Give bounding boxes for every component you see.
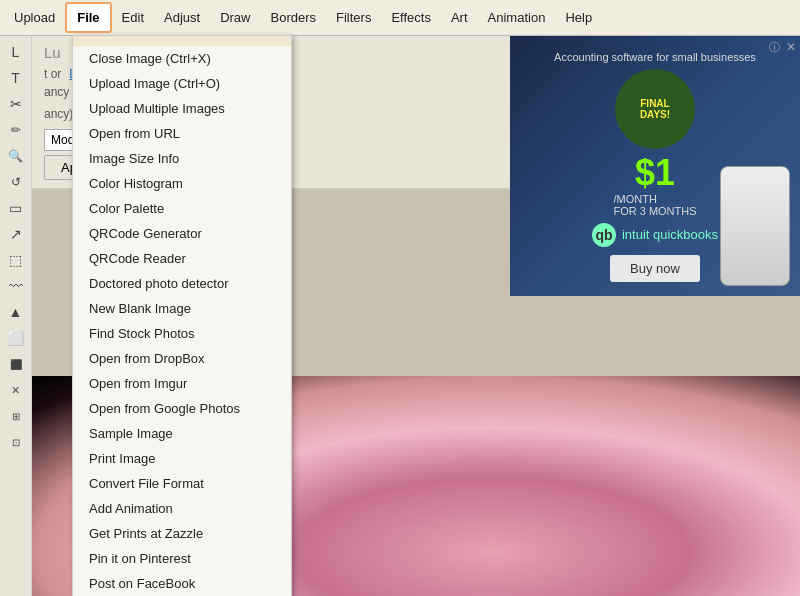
dropdown-open-imgur[interactable]: Open from Imgur xyxy=(73,371,291,396)
menubar-effects[interactable]: Effects xyxy=(381,4,441,31)
tool-frame[interactable]: ⬚ xyxy=(3,248,29,272)
dropdown-open-dropbox[interactable]: Open from DropBox xyxy=(73,346,291,371)
tool-brush[interactable]: 〰 xyxy=(3,274,29,298)
tool-scissors[interactable]: ✂ xyxy=(3,92,29,116)
ad-logo-text: intuit quickbooks xyxy=(622,227,718,242)
menubar-draw[interactable]: Draw xyxy=(210,4,260,31)
dropdown-qrcode-reader[interactable]: QRCode Reader xyxy=(73,246,291,271)
tool-pen[interactable]: ✏ xyxy=(3,118,29,142)
dropdown-pin-pinterest[interactable]: Pin it on Pinterest xyxy=(73,546,291,571)
menubar-animation[interactable]: Animation xyxy=(478,4,556,31)
dropdown-open-google-photos[interactable]: Open from Google Photos xyxy=(73,396,291,421)
dropdown-post-facebook[interactable]: Post on FaceBook xyxy=(73,571,291,596)
tool-select[interactable]: L xyxy=(3,40,29,64)
tool-extra3[interactable]: ⊞ xyxy=(3,404,29,428)
ad-info-icon[interactable]: ⓘ xyxy=(769,40,780,55)
left-toolbar: L T ✂ ✏ 🔍 ↺ ▭ ↗ ⬚ 〰 ▲ ⬜ ⬛ × ⊞ ⊡ xyxy=(0,36,32,596)
menubar-file[interactable]: File xyxy=(65,2,111,33)
panel-ancy: ancy) xyxy=(44,107,73,121)
tool-polygon[interactable]: ▲ xyxy=(3,300,29,324)
tool-rect[interactable]: ⬜ xyxy=(3,326,29,350)
dropdown-doctored-photo[interactable]: Doctored photo detector xyxy=(73,271,291,296)
ad-logo-icon: qb xyxy=(592,223,616,247)
dropdown-image-size-info[interactable]: Image Size Info xyxy=(73,146,291,171)
ad-badge: FINAL DAYS! xyxy=(615,69,695,149)
menubar-borders[interactable]: Borders xyxy=(261,4,327,31)
menubar-adjust[interactable]: Adjust xyxy=(154,4,210,31)
ad-badge-text: FINAL DAYS! xyxy=(640,98,670,120)
menubar-help[interactable]: Help xyxy=(555,4,602,31)
ad-logo: qb intuit quickbooks xyxy=(592,223,718,247)
dropdown-color-palette[interactable]: Color Palette xyxy=(73,196,291,221)
dropdown-new-blank-image[interactable]: New Blank Image xyxy=(73,296,291,321)
menubar-edit[interactable]: Edit xyxy=(112,4,154,31)
dropdown-open-url[interactable]: Open from URL xyxy=(73,121,291,146)
dropdown-upload-image[interactable]: Upload Image (Ctrl+O) xyxy=(73,71,291,96)
menubar-filters[interactable]: Filters xyxy=(326,4,381,31)
ad-close-button[interactable]: ✕ xyxy=(786,40,796,54)
tool-zoom[interactable]: 🔍 xyxy=(3,144,29,168)
ad-price: $1 xyxy=(635,155,675,191)
file-dropdown: Close Image (Ctrl+X) Upload Image (Ctrl+… xyxy=(72,35,292,596)
menubar: Upload File Edit Adjust Draw Borders Fil… xyxy=(0,0,800,36)
tool-arrow[interactable]: ↗ xyxy=(3,222,29,246)
tool-extra2[interactable]: × xyxy=(3,378,29,402)
ad-buy-button[interactable]: Buy now xyxy=(610,255,700,282)
dropdown-qrcode-generator[interactable]: QRCode Generator xyxy=(73,221,291,246)
tool-extra1[interactable]: ⬛ xyxy=(3,352,29,376)
dropdown-upload-multiple[interactable]: Upload Multiple Images xyxy=(73,96,291,121)
menubar-art[interactable]: Art xyxy=(441,4,478,31)
ad-phone-image xyxy=(720,166,790,286)
panel-text-t-or: t or xyxy=(44,67,61,81)
dropdown-color-histogram[interactable]: Color Histogram xyxy=(73,171,291,196)
menubar-upload[interactable]: Upload xyxy=(4,4,65,31)
dropdown-save-image[interactable] xyxy=(73,36,291,46)
tool-text[interactable]: T xyxy=(3,66,29,90)
dropdown-sample-image[interactable]: Sample Image xyxy=(73,421,291,446)
tool-extra4[interactable]: ⊡ xyxy=(3,430,29,454)
tool-rotate[interactable]: ↺ xyxy=(3,170,29,194)
ad-area: ⓘ ✕ Accounting software for small busine… xyxy=(510,36,800,296)
dropdown-close-image[interactable]: Close Image (Ctrl+X) xyxy=(73,46,291,71)
ad-price-period: /MONTH FOR 3 MONTHS xyxy=(613,193,696,217)
tool-shape[interactable]: ▭ xyxy=(3,196,29,220)
dropdown-add-animation[interactable]: Add Animation xyxy=(73,496,291,521)
ad-top-text: Accounting software for small businesses xyxy=(554,51,756,63)
dropdown-find-stock-photos[interactable]: Find Stock Photos xyxy=(73,321,291,346)
ad-inner: ⓘ ✕ Accounting software for small busine… xyxy=(510,36,800,296)
dropdown-print-image[interactable]: Print Image xyxy=(73,446,291,471)
dropdown-convert-format[interactable]: Convert File Format xyxy=(73,471,291,496)
dropdown-get-prints[interactable]: Get Prints at Zazzle xyxy=(73,521,291,546)
